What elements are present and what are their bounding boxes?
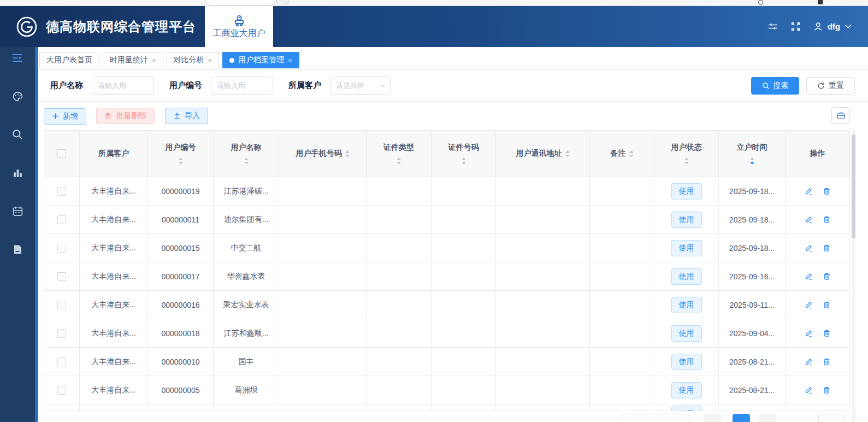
delete-icon[interactable] xyxy=(823,272,831,280)
row-checkbox[interactable] xyxy=(57,244,66,253)
edit-icon[interactable] xyxy=(805,244,813,252)
col-open-date[interactable]: 立户时间 xyxy=(719,131,786,177)
prev-page-button[interactable] xyxy=(704,414,722,422)
display-settings-icon[interactable] xyxy=(767,21,778,32)
delete-icon[interactable] xyxy=(823,386,831,394)
batch-delete-button[interactable]: 批量删除 xyxy=(96,108,155,124)
close-icon[interactable]: × xyxy=(152,56,156,65)
edit-icon[interactable] xyxy=(805,329,813,337)
sort-icon[interactable] xyxy=(684,157,689,165)
delete-icon[interactable] xyxy=(823,357,831,366)
sort-icon[interactable] xyxy=(565,150,570,157)
table-scrollbar-thumb[interactable] xyxy=(852,134,855,238)
select-all-checkbox[interactable] xyxy=(57,149,66,158)
tab-user-archive-management[interactable]: 用户档案管理 × xyxy=(222,52,299,68)
edit-icon[interactable] xyxy=(805,357,813,366)
table-body: 大丰港自来... 000000019 江苏港泽碳... 使用 2025-09-1… xyxy=(44,177,849,411)
edit-icon[interactable] xyxy=(805,272,813,280)
table-row[interactable]: 大丰港自来... 000000018 江苏和鑫顺... 使用 2025-09-0… xyxy=(44,319,849,348)
row-checkbox[interactable] xyxy=(57,301,66,309)
table-row[interactable]: 使用 xyxy=(44,405,849,411)
col-user-code[interactable]: 用户编号 xyxy=(148,131,214,177)
col-id-type[interactable]: 证件类型 xyxy=(367,131,432,177)
sort-icon[interactable] xyxy=(462,157,466,165)
tab-bigusers-home[interactable]: 大用户表首页 xyxy=(39,52,99,68)
sidebar xyxy=(0,47,35,422)
sort-icon[interactable] xyxy=(179,157,183,165)
status-badge: 使用 xyxy=(671,382,702,398)
table-row[interactable]: 大丰港自来... 000000019 江苏港泽碳... 使用 2025-09-1… xyxy=(44,177,849,206)
table-row[interactable]: 大丰港自来... 000000011 迪尔集团有... 使用 2025-09-1… xyxy=(44,206,849,234)
browser-chrome-strip xyxy=(0,0,868,6)
tab-hourly-usage[interactable]: 时用量统计 × xyxy=(103,52,163,68)
user-menu[interactable]: dfg xyxy=(813,21,852,32)
current-page-button[interactable] xyxy=(733,414,750,422)
user-table: 所属客户 用户编号 用户名称 用户手机号码 证件类型 xyxy=(44,130,850,411)
reset-button[interactable]: 重置 xyxy=(806,77,855,95)
user-name-input[interactable] xyxy=(92,77,154,95)
col-id-number[interactable]: 证件号码 xyxy=(432,131,496,177)
browser-address-bar[interactable] xyxy=(205,0,276,5)
table-scrollbar-track xyxy=(852,130,855,422)
col-user-status[interactable]: 用户状态 xyxy=(654,131,719,177)
next-page-button[interactable] xyxy=(759,414,776,422)
close-icon[interactable]: × xyxy=(208,56,212,65)
close-icon[interactable]: × xyxy=(288,56,292,65)
search-button[interactable]: 搜索 xyxy=(751,77,799,95)
browser-profile-icon xyxy=(818,0,823,4)
table-row[interactable]: 大丰港自来... 000000010 国丰 使用 2025-08-21... xyxy=(44,348,849,376)
sidebar-item-search[interactable] xyxy=(8,128,27,141)
fullscreen-icon[interactable] xyxy=(790,21,801,32)
edit-icon[interactable] xyxy=(805,187,813,195)
page-size-select[interactable] xyxy=(623,414,689,422)
sidebar-item-documents[interactable] xyxy=(8,243,27,256)
row-checkbox[interactable] xyxy=(57,272,66,281)
import-button[interactable]: 导入 xyxy=(165,108,208,124)
status-badge: 使用 xyxy=(671,406,702,411)
table-row[interactable]: 大丰港自来... 000000015 中交二航 使用 2025-09-18... xyxy=(44,234,849,262)
delete-icon[interactable] xyxy=(823,215,831,224)
sidebar-item-statistics[interactable] xyxy=(8,166,27,179)
col-user-name[interactable]: 用户名称 xyxy=(214,131,279,177)
col-remark[interactable]: 备注 xyxy=(590,131,654,177)
row-checkbox[interactable] xyxy=(57,187,66,196)
search-icon xyxy=(762,82,770,90)
status-badge: 使用 xyxy=(671,212,702,228)
delete-icon[interactable] xyxy=(823,187,831,195)
delete-icon[interactable] xyxy=(823,301,831,309)
edit-icon[interactable] xyxy=(805,215,813,224)
sort-icon[interactable] xyxy=(397,157,401,165)
page-jump-input[interactable] xyxy=(818,414,845,422)
sidebar-item-calendar[interactable] xyxy=(8,204,27,218)
sort-icon[interactable] xyxy=(345,150,350,157)
tab-comparison-analysis[interactable]: 对比分析 × xyxy=(167,52,220,68)
delete-icon[interactable] xyxy=(823,329,831,337)
table-row[interactable]: 大丰港自来... 000000017 华誉鑫水表 使用 2025-09-16..… xyxy=(44,262,849,291)
browser-extension-button[interactable] xyxy=(276,0,288,4)
pagination-bar xyxy=(38,414,868,422)
col-phone[interactable]: 用户手机号码 xyxy=(279,131,367,177)
sort-icon[interactable] xyxy=(629,150,634,157)
table-row[interactable]: 大丰港自来... 000000005 葛洲坝 使用 2025-08-21... xyxy=(44,376,849,405)
table-header: 所属客户 用户编号 用户名称 用户手机号码 证件类型 xyxy=(44,131,849,177)
user-code-input[interactable] xyxy=(211,77,273,95)
col-address[interactable]: 用户通讯地址 xyxy=(496,131,590,177)
customer-select[interactable]: 请选择所 xyxy=(330,77,391,95)
module-tab-label: 工商业大用户 xyxy=(213,28,265,39)
row-checkbox[interactable] xyxy=(57,215,66,224)
table-row[interactable]: 大丰港自来... 000000016 秉宏实业水表 使用 2025-09-11.… xyxy=(44,291,849,319)
edit-icon[interactable] xyxy=(805,301,813,309)
row-checkbox[interactable] xyxy=(57,329,66,338)
sort-icon-active[interactable] xyxy=(750,157,754,165)
delete-icon[interactable] xyxy=(823,244,831,252)
row-checkbox[interactable] xyxy=(57,357,66,366)
add-button[interactable]: 新增 xyxy=(44,108,86,125)
sidebar-collapse-button[interactable] xyxy=(8,51,27,65)
module-tab-industrial-users[interactable]: 工商业大用户 xyxy=(205,6,273,47)
sort-icon[interactable] xyxy=(244,157,249,165)
user-code-label: 用户编号 xyxy=(169,80,202,91)
sidebar-item-theme[interactable] xyxy=(8,90,27,103)
column-settings-button[interactable] xyxy=(831,107,850,124)
edit-icon[interactable] xyxy=(805,386,813,394)
row-checkbox[interactable] xyxy=(57,386,66,395)
